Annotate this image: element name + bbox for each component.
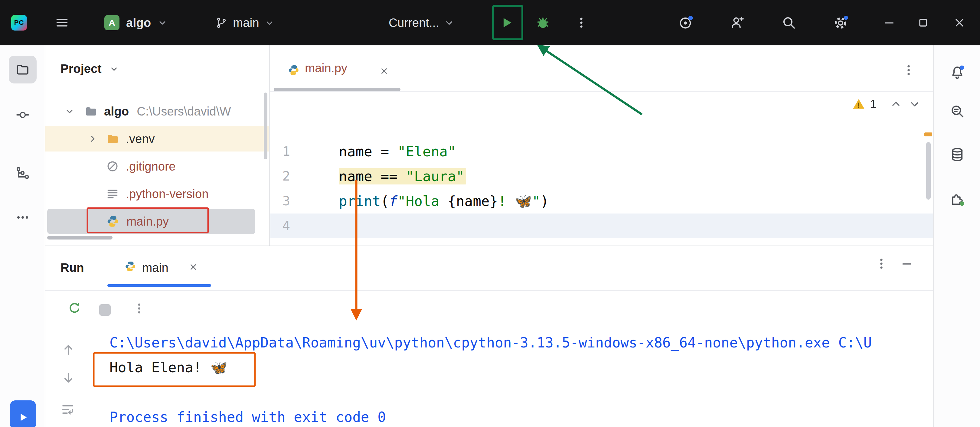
- find-icon: [950, 103, 965, 119]
- warning-count: 1: [870, 98, 877, 111]
- commit-tool-button[interactable]: [16, 108, 30, 122]
- project-horizontal-scrollbar[interactable]: [47, 236, 113, 240]
- tree-row-python-version[interactable]: .python-version: [45, 181, 269, 206]
- hamburger-icon: [55, 16, 69, 30]
- plugins-puzzle-icon: [950, 191, 965, 206]
- commit-icon: [16, 108, 30, 122]
- pycharm-logo: PC: [11, 15, 27, 30]
- minimize-icon: [883, 16, 896, 29]
- run-panel-title: Run: [60, 258, 84, 278]
- editor-tab-label: main.py: [305, 58, 347, 78]
- soft-wrap-icon[interactable]: [60, 402, 75, 417]
- close-tab-icon[interactable]: [380, 67, 389, 76]
- chevron-down-icon: [158, 18, 167, 27]
- close-tab-icon[interactable]: [189, 262, 198, 271]
- main-menu-button[interactable]: [55, 16, 69, 30]
- console-output-line[interactable]: Hola Elena! 🦋: [110, 358, 228, 377]
- ignored-file-icon: [106, 160, 119, 173]
- editor-tab-bar: main.py: [270, 45, 933, 92]
- ai-assistant-button[interactable]: [678, 15, 694, 30]
- project-tool-button[interactable]: [9, 56, 37, 84]
- run-widget-button[interactable]: [10, 400, 36, 427]
- run-config-label: Current...: [389, 16, 439, 30]
- search-everywhere-button[interactable]: [781, 15, 796, 30]
- debug-button[interactable]: [535, 15, 550, 30]
- next-problem-chevron-icon[interactable]: [908, 98, 921, 110]
- project-widget[interactable]: A algo: [104, 15, 167, 30]
- stop-icon[interactable]: [99, 304, 111, 316]
- more-actions-button[interactable]: [575, 16, 588, 29]
- folder-icon: [84, 104, 98, 118]
- gear-icon: [833, 15, 849, 30]
- scroll-down-icon[interactable]: [61, 371, 76, 385]
- editor-scrollbar[interactable]: [926, 142, 931, 200]
- code-line-2: name == "Laura": [339, 164, 466, 189]
- excluded-folder-icon: [106, 132, 120, 146]
- code-with-me-button[interactable]: [730, 15, 745, 30]
- structure-icon: [16, 166, 30, 180]
- scroll-up-icon[interactable]: [61, 342, 76, 357]
- tree-row-gitignore[interactable]: .gitignore: [45, 154, 269, 179]
- notifications-button[interactable]: [950, 64, 965, 80]
- console-exit-line[interactable]: Process finished with exit code 0: [110, 408, 386, 426]
- line-number: 4: [274, 214, 290, 238]
- chevron-down-icon: [110, 64, 119, 73]
- git-branch-icon: [215, 17, 228, 29]
- window-close-button[interactable]: [953, 16, 966, 29]
- run-tab-label: main: [142, 258, 169, 278]
- python-packages-button[interactable]: [950, 191, 965, 206]
- code-line-1: name = "Elena": [339, 139, 456, 164]
- run-tab-main[interactable]: main: [122, 256, 212, 284]
- console-command-line[interactable]: C:\Users\david\AppData\Roaming\uv\python…: [110, 333, 872, 352]
- window-minimize-button[interactable]: [883, 16, 896, 29]
- tree-label: algo: [104, 105, 129, 118]
- project-avatar: A: [104, 15, 119, 30]
- debug-bug-icon: [535, 15, 550, 30]
- project-panel-header[interactable]: Project: [60, 62, 119, 76]
- run-config-selector[interactable]: Current...: [389, 16, 454, 30]
- tree-label: .gitignore: [126, 160, 176, 173]
- chevron-right-icon[interactable]: [88, 134, 97, 144]
- ellipsis-icon: [16, 210, 30, 225]
- project-vertical-scrollbar[interactable]: [264, 92, 267, 159]
- tree-row-algo[interactable]: algo C:\Users\david\W: [45, 98, 269, 124]
- editor-pane[interactable]: main.py 1 2 3 4 name = "Elena" name == "…: [269, 45, 933, 246]
- window-maximize-button[interactable]: [916, 16, 930, 29]
- inspections-widget[interactable]: 1: [852, 97, 921, 111]
- project-name: algo: [126, 16, 151, 30]
- bell-icon: [950, 64, 965, 80]
- run-options-kebab-icon[interactable]: [875, 257, 888, 270]
- tree-label: .venv: [126, 132, 155, 146]
- ai-assistant-icon: [678, 15, 694, 30]
- add-user-icon: [730, 15, 745, 30]
- line-number: 1: [274, 139, 290, 164]
- python-file-icon: [287, 64, 300, 76]
- find-tool-button[interactable]: [950, 103, 965, 119]
- close-icon: [953, 16, 966, 29]
- right-tool-stripe: [933, 45, 980, 427]
- run-button[interactable]: [498, 14, 515, 31]
- error-stripe-warning-mark[interactable]: [924, 132, 932, 137]
- editor-options-kebab-icon[interactable]: [902, 63, 915, 77]
- warning-icon: [852, 97, 865, 111]
- run-icon: [498, 14, 515, 31]
- branch-widget[interactable]: main: [215, 16, 274, 30]
- pycharm-window: PC A algo main Current...: [0, 0, 980, 427]
- search-icon: [781, 15, 796, 30]
- prev-problem-chevron-icon[interactable]: [890, 98, 902, 110]
- more-tool-windows-button[interactable]: [16, 210, 30, 225]
- settings-button[interactable]: [833, 15, 849, 30]
- database-tool-button[interactable]: [950, 147, 965, 162]
- chevron-down-icon: [265, 18, 274, 27]
- chevron-down-icon[interactable]: [65, 106, 75, 116]
- structure-tool-button[interactable]: [16, 166, 30, 180]
- console-kebab-icon[interactable]: [132, 302, 146, 315]
- editor-tab-main-py[interactable]: main.py: [274, 45, 401, 91]
- hide-tool-window-icon[interactable]: [900, 257, 913, 270]
- text-file-icon: [106, 187, 119, 200]
- branch-name: main: [233, 16, 259, 30]
- line-number: 3: [274, 189, 290, 214]
- rerun-icon[interactable]: [67, 301, 82, 316]
- tree-row-main-py[interactable]: main.py: [45, 209, 269, 234]
- tree-row-venv[interactable]: .venv: [45, 126, 269, 151]
